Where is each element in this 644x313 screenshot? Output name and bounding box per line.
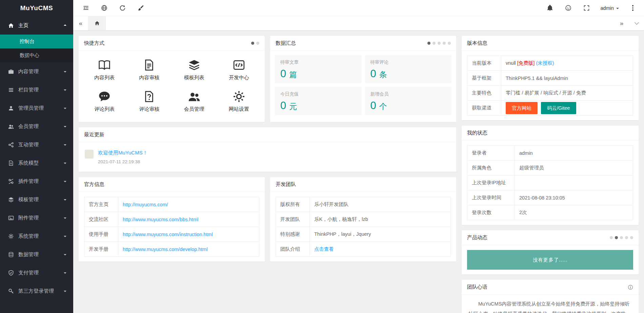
more-menu-button[interactable] — [624, 0, 642, 16]
stat-value: 0 — [280, 68, 286, 80]
shortcut-item[interactable]: 内容列表 — [82, 54, 127, 86]
stat-box: 待审文章0篇 — [275, 55, 362, 83]
update-link[interactable]: 欢迎使用MuYuCMS！ — [98, 150, 148, 155]
shortcut-item[interactable]: 模板列表 — [172, 54, 217, 86]
card-shortcuts: 快捷方式 内容列表内容审核模板列表开发中心评论列表评论审核会员管理网站设置 — [79, 36, 265, 122]
stat-label: 待审文章 — [280, 59, 356, 65]
refresh-button[interactable] — [113, 0, 132, 16]
sidebar-item[interactable]: 互动管理 — [0, 135, 73, 154]
caret-down-icon — [64, 181, 66, 184]
channel-button[interactable]: 官方网站 — [506, 102, 538, 114]
sidebar-item[interactable]: 支付管理 — [0, 264, 73, 282]
shortcut-item[interactable]: 网站设置 — [217, 86, 261, 117]
card-my-status: 我的状态 登录者admin所属角色超级管理员上次登录IP地址上次登录时间2021… — [462, 126, 639, 225]
shield-icon — [8, 270, 14, 276]
sidebar-item[interactable]: 数据管理 — [0, 245, 73, 264]
official-info-table: 官方主页http://muyucms.com/交流社区http://www.mu… — [84, 197, 259, 257]
card-title: 数据汇总 — [276, 40, 296, 46]
sidebar-subitem[interactable]: 控制台 — [0, 35, 73, 48]
card-dev-team: 开发团队 版权所有乐小轩开发团队开发团队乐K，小航，杨逸轩，lzb特别感谢Thi… — [270, 177, 456, 262]
carousel-dot[interactable] — [620, 236, 623, 239]
sidebar-item-label: 系统管理 — [18, 233, 39, 239]
sidebar-item[interactable]: 栏目管理 — [0, 81, 73, 99]
row-label: 上次登录IP地址 — [467, 175, 515, 190]
stat-box: 新增会员0个 — [365, 87, 452, 115]
carousel-dot[interactable] — [427, 42, 430, 45]
carousel-dot[interactable] — [251, 42, 254, 45]
sidebar-item[interactable]: 插件管理 — [0, 172, 73, 190]
row-link[interactable]: (未授权) — [536, 60, 554, 66]
sidebar-item[interactable]: 第三方登录管理 — [0, 282, 73, 300]
tabs-scroll-right-button[interactable]: » — [614, 16, 629, 30]
carousel-dot[interactable] — [610, 236, 613, 239]
sidebar-subitem[interactable]: 数据中心 — [0, 48, 73, 62]
sidebar-toggle-button[interactable] — [77, 0, 95, 16]
table-row: 登录次数2次 — [467, 205, 633, 220]
row-link[interactable]: http://www.muyucms.com/instruction.html — [123, 232, 213, 237]
stat-number: 0条 — [370, 68, 446, 80]
row-link[interactable]: http://www.muyucms.com/bbs.html — [123, 217, 198, 222]
row-label: 版权所有 — [276, 197, 310, 212]
tabs-scroll-left-button[interactable]: « — [73, 16, 88, 30]
sidebar-menu: 主页控制台数据中心内容管理栏目管理管理员管理会员管理互动管理系统模型插件管理模板… — [0, 16, 73, 300]
tabs-menu-button[interactable] — [629, 16, 644, 30]
carousel-dot[interactable] — [443, 42, 446, 45]
row-value: 乐小轩开发团队 — [310, 197, 451, 212]
caret-down-icon — [64, 291, 66, 293]
carousel-dots — [427, 42, 451, 45]
tab-home[interactable] — [88, 16, 106, 30]
info-icon[interactable] — [628, 285, 633, 290]
refresh-icon — [119, 5, 126, 11]
key-icon — [8, 288, 14, 294]
sidebar-item[interactable]: 会员管理 — [0, 117, 73, 135]
user-menu[interactable]: admin — [596, 5, 624, 11]
caret-down-icon — [64, 254, 66, 257]
table-row: 基于框架ThinkPHP5.1 && layuiAdmin — [467, 71, 633, 86]
image-icon — [8, 215, 14, 221]
caret-down-icon — [64, 144, 66, 147]
site-home-button[interactable] — [95, 0, 113, 16]
row-link[interactable]: 点击查看 — [314, 246, 334, 252]
sidebar-item-label: 第三方登录管理 — [18, 288, 54, 294]
card-official-info: 官方信息 官方主页http://muyucms.com/交流社区http://w… — [79, 177, 265, 262]
fullscreen-button[interactable] — [578, 0, 596, 16]
sidebar-item[interactable]: 管理员管理 — [0, 99, 73, 117]
shortcut-item[interactable]: 开发中心 — [217, 54, 261, 86]
carousel-dot[interactable] — [615, 236, 618, 239]
message-icon — [565, 5, 571, 11]
message-button[interactable] — [559, 0, 578, 16]
carousel-dot[interactable] — [448, 42, 451, 45]
sidebar-item[interactable]: 系统模型 — [0, 154, 73, 172]
topbar: admin — [73, 0, 644, 16]
shortcut-item[interactable]: 评论审核 — [127, 86, 172, 117]
sidebar-item[interactable]: 系统管理 — [0, 227, 73, 245]
sidebar-item[interactable]: 附件管理 — [0, 209, 73, 227]
sidebar-item[interactable]: 模板管理 — [0, 190, 73, 209]
row-value: 2次 — [515, 205, 633, 220]
shortcut-item[interactable]: 会员管理 — [172, 86, 217, 117]
row-value: 官方网站码云/Gitee — [501, 101, 633, 116]
sidebar-item[interactable]: 主页 — [0, 16, 73, 35]
shortcut-item[interactable]: 评论列表 — [82, 86, 127, 117]
table-row: 所属角色超级管理员 — [467, 161, 633, 175]
sidebar-item[interactable]: 内容管理 — [0, 62, 73, 81]
notifications-button[interactable] — [541, 0, 559, 16]
stat-box: 今日充值0元 — [275, 87, 362, 115]
carousel-dot[interactable] — [432, 42, 436, 45]
row-link[interactable]: http://muyucms.com/ — [123, 202, 168, 207]
shortcut-item[interactable]: 内容审核 — [127, 54, 172, 86]
code-icon — [233, 59, 245, 71]
card-product-news: 产品动态 没有更多了..... — [462, 230, 639, 274]
carousel-dot[interactable] — [256, 42, 259, 45]
channel-button[interactable]: 码云/Gitee — [541, 102, 576, 114]
sidebar-item-label: 模板管理 — [18, 196, 39, 203]
row-value: 2021-08-08 23:10:05 — [515, 190, 633, 205]
clear-cache-button[interactable] — [132, 0, 150, 16]
carousel-dot[interactable] — [438, 42, 441, 45]
row-label: 特别感谢 — [276, 227, 310, 242]
row-link[interactable]: http://www.muyucms.com/develop.html — [123, 247, 208, 252]
stats-grid: 待审文章0篇待审评论0条今日充值0元新增会员0个 — [270, 51, 456, 119]
carousel-dot[interactable] — [625, 236, 628, 239]
row-label: 所属角色 — [467, 161, 515, 175]
carousel-dot[interactable] — [630, 236, 633, 239]
